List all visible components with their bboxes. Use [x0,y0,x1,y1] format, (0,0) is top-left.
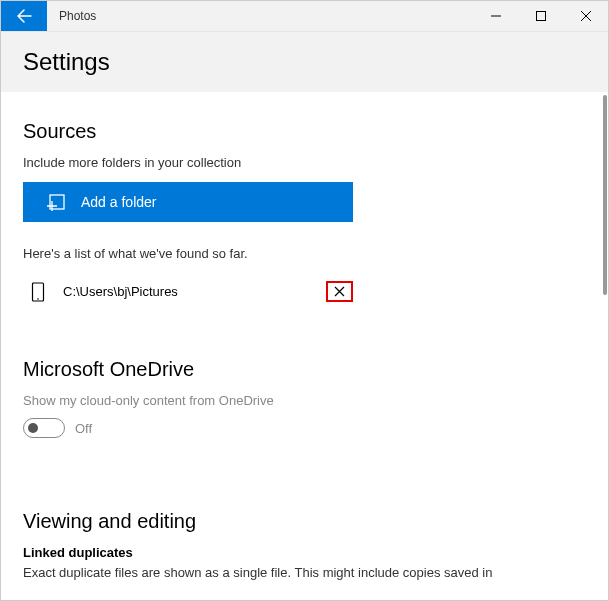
page-title: Settings [23,48,110,76]
close-icon [581,11,591,21]
scrollbar[interactable] [603,95,607,295]
sources-include-text: Include more folders in your collection [23,155,586,170]
maximize-icon [536,11,546,21]
sources-list-note: Here's a list of what we've found so far… [23,246,586,261]
device-icon [31,282,45,302]
sources-heading: Sources [23,120,586,143]
x-icon [334,286,345,297]
section-sources: Sources Include more folders in your col… [23,120,586,304]
onedrive-desc: Show my cloud-only content from OneDrive [23,393,586,408]
folder-path: C:\Users\bj\Pictures [63,284,326,299]
back-button[interactable] [1,1,47,31]
editing-heading: Viewing and editing [23,510,586,533]
window-controls [473,1,608,31]
remove-folder-button[interactable] [326,281,353,302]
minimize-button[interactable] [473,1,518,31]
page-header: Settings [1,32,608,92]
linked-duplicates-desc: Exact duplicate files are shown as a sin… [23,564,586,582]
linked-duplicates-heading: Linked duplicates [23,545,586,560]
add-folder-button[interactable]: Add a folder [23,182,353,222]
arrow-left-icon [16,8,32,24]
svg-rect-0 [536,12,545,21]
section-viewing-editing: Viewing and editing Linked duplicates Ex… [23,510,586,582]
svg-point-3 [37,298,39,300]
close-button[interactable] [563,1,608,31]
folder-row: C:\Users\bj\Pictures [23,279,353,304]
section-onedrive: Microsoft OneDrive Show my cloud-only co… [23,358,586,438]
app-title: Photos [47,1,96,31]
onedrive-toggle-label: Off [75,421,92,436]
add-folder-icon [45,192,65,212]
add-folder-label: Add a folder [81,194,157,210]
title-bar: Photos [1,1,608,32]
onedrive-toggle[interactable] [23,418,65,438]
onedrive-heading: Microsoft OneDrive [23,358,586,381]
toggle-knob-icon [28,423,38,433]
maximize-button[interactable] [518,1,563,31]
minimize-icon [491,11,501,21]
